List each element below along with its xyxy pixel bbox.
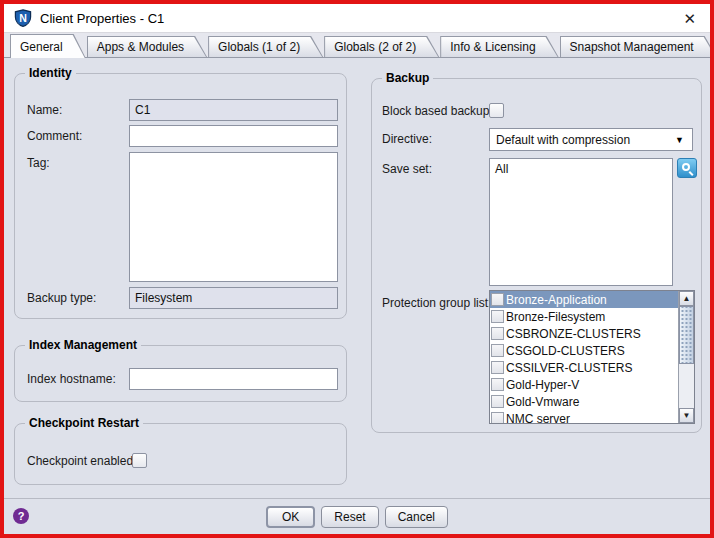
list-item-checkbox[interactable] xyxy=(491,378,504,391)
help-icon[interactable]: ? xyxy=(13,508,29,524)
directive-value: Default with compression xyxy=(496,133,675,147)
index-hostname-label: Index hostname: xyxy=(27,368,116,390)
list-item-checkbox[interactable] xyxy=(491,293,504,306)
tab[interactable]: General xyxy=(10,34,86,58)
tab-label: General xyxy=(11,35,85,58)
tag-field[interactable] xyxy=(129,152,338,282)
index-hostname-field[interactable] xyxy=(129,368,338,390)
reset-button[interactable]: Reset xyxy=(321,506,378,528)
index-management-group-title: Index Management xyxy=(25,338,141,352)
list-item-label: Gold-Vmware xyxy=(506,395,579,409)
list-item-label: CSGOLD-CLUSTERS xyxy=(506,344,625,358)
tag-label: Tag: xyxy=(27,152,50,174)
list-item-label: NMC server xyxy=(506,412,570,424)
list-item-checkbox[interactable] xyxy=(491,327,504,340)
list-item-label: Bronze-Filesystem xyxy=(506,310,605,324)
scroll-up-icon[interactable]: ▲ xyxy=(679,291,694,306)
tab[interactable]: Globals (1 of 2) xyxy=(208,36,323,57)
title-bar: N Client Properties - C1 ✕ xyxy=(4,4,710,33)
backup-group-title: Backup xyxy=(382,71,433,85)
tab-label: Globals (1 of 2) xyxy=(209,37,322,57)
backup-type-label: Backup type: xyxy=(27,287,96,309)
list-item-label: Gold-Hyper-V xyxy=(506,378,579,392)
tab-label: Info & Licensing xyxy=(441,37,557,57)
search-icon-handle xyxy=(689,171,694,176)
name-label: Name: xyxy=(27,99,62,121)
list-item[interactable]: Bronze-Filesystem xyxy=(490,308,678,325)
list-item[interactable]: NMC server xyxy=(490,410,678,423)
list-item[interactable]: CSGOLD-CLUSTERS xyxy=(490,342,678,359)
vertical-scrollbar[interactable]: ▲ ▼ xyxy=(678,291,694,423)
tab[interactable]: Apps & Modules xyxy=(87,36,207,57)
list-item[interactable]: Gold-Hyper-V xyxy=(490,376,678,393)
list-item-label: CSSILVER-CLUSTERS xyxy=(506,361,632,375)
save-set-search-button[interactable] xyxy=(677,158,697,178)
directive-label: Directive: xyxy=(382,128,432,150)
cancel-button[interactable]: Cancel xyxy=(385,506,448,528)
save-set-field[interactable]: All xyxy=(489,158,673,286)
tab-label: Apps & Modules xyxy=(88,37,206,57)
list-item-checkbox[interactable] xyxy=(491,344,504,357)
comment-label: Comment: xyxy=(27,125,82,147)
scroll-down-icon[interactable]: ▼ xyxy=(679,408,694,423)
list-item[interactable]: Gold-Vmware xyxy=(490,393,678,410)
client-properties-dialog: N Client Properties - C1 ✕ General Apps … xyxy=(0,0,714,538)
list-item[interactable]: CSSILVER-CLUSTERS xyxy=(490,359,678,376)
block-based-backup-label: Block based backup: xyxy=(382,100,493,122)
protection-group-rows: Bronze-Application Bronze-Filesystem CSB… xyxy=(490,291,678,423)
networker-shield-icon: N xyxy=(14,9,32,27)
directive-dropdown[interactable]: Default with compression ▼ xyxy=(489,128,693,151)
checkpoint-restart-group: Checkpoint Restart Checkpoint enabled: xyxy=(14,423,347,485)
list-item-checkbox[interactable] xyxy=(491,361,504,374)
name-field xyxy=(129,99,338,121)
save-set-label: Save set: xyxy=(382,158,432,180)
footer-bar: ? OK Reset Cancel xyxy=(4,498,710,534)
list-item-label: Bronze-Application xyxy=(506,293,607,307)
search-icon xyxy=(682,163,690,171)
close-icon[interactable]: ✕ xyxy=(679,9,700,28)
list-item-checkbox[interactable] xyxy=(491,395,504,408)
list-item-label: CSBRONZE-CLUSTERS xyxy=(506,327,641,341)
ok-button[interactable]: OK xyxy=(266,506,315,528)
tab[interactable]: Globals (2 of 2) xyxy=(324,36,439,57)
protection-group-list-label: Protection group list: xyxy=(382,292,491,314)
block-based-backup-checkbox[interactable] xyxy=(489,103,504,118)
backup-type-field xyxy=(129,287,338,309)
checkpoint-enabled-checkbox[interactable] xyxy=(132,453,147,468)
list-item[interactable]: Bronze-Application xyxy=(490,291,678,308)
list-item-checkbox[interactable] xyxy=(491,310,504,323)
backup-group: Backup Block based backup: Directive: De… xyxy=(371,78,702,433)
tab-label: Snapshot Management xyxy=(561,37,714,57)
chevron-down-icon: ▼ xyxy=(675,135,686,145)
checkpoint-restart-group-title: Checkpoint Restart xyxy=(25,416,143,430)
tab[interactable]: Snapshot Management xyxy=(560,36,714,57)
comment-field[interactable] xyxy=(129,125,338,147)
checkpoint-enabled-label: Checkpoint enabled: xyxy=(27,450,136,472)
index-management-group: Index Management Index hostname: xyxy=(14,345,347,402)
window-title: Client Properties - C1 xyxy=(40,11,164,26)
svg-text:N: N xyxy=(19,12,27,24)
tab[interactable]: Info & Licensing xyxy=(440,36,558,57)
tab-strip: General Apps & Modules Globals (1 of 2) … xyxy=(4,33,710,58)
scrollbar-thumb[interactable] xyxy=(679,306,694,364)
list-item-checkbox[interactable] xyxy=(491,412,504,423)
identity-group-title: Identity xyxy=(25,66,76,80)
list-item[interactable]: CSBRONZE-CLUSTERS xyxy=(490,325,678,342)
protection-group-listbox: Bronze-Application Bronze-Filesystem CSB… xyxy=(489,290,695,424)
identity-group: Identity Name: Comment: Tag: Backup type… xyxy=(14,73,347,319)
tab-label: Globals (2 of 2) xyxy=(325,37,438,57)
